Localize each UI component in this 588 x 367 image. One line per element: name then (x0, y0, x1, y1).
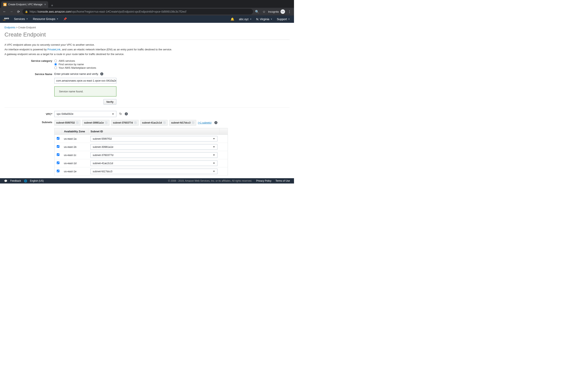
language-link[interactable]: English (US) (30, 179, 44, 182)
table-row: us-east-1asubnet-55f87f32▼ (54, 134, 228, 143)
table-row: us-east-1csubnet-3760377d▼ (54, 151, 228, 159)
browser-toolbar: ← → ⟳ 🔒 https://console.aws.amazon.com/v… (0, 8, 294, 16)
lock-icon: 🔒 (25, 10, 28, 13)
service-name-found: Service name found. (54, 86, 116, 96)
chevron-down-icon: ▼ (213, 146, 215, 148)
subnet-select[interactable]: subnet-55f87f32▼ (90, 136, 217, 142)
more-subnets-link[interactable]: (+1 subnets) (198, 121, 212, 124)
feedback-icon: 💬 (4, 179, 7, 183)
divider (4, 108, 290, 108)
nav-resource-groups[interactable]: Resource Groups▼ (33, 17, 58, 21)
subnet-select[interactable]: subnet-41ac2c1d▼ (90, 160, 217, 166)
aws-top-nav: aws⌣ Services▼ Resource Groups▼ 📌 🔔 abc.… (0, 16, 294, 23)
tab-title: Create Endpoint | VPC Manage (8, 3, 43, 6)
verify-button[interactable]: Verify (104, 99, 116, 105)
chevron-down-icon: ▼ (213, 170, 215, 173)
aws-logo[interactable]: aws⌣ (4, 17, 9, 21)
subnet-chip[interactable]: subnet-30981a1eⓧ (82, 120, 109, 125)
table-row: us-east-1bsubnet-30981a1e▼ (54, 143, 228, 151)
chevron-down-icon: ▼ (213, 137, 215, 140)
table-header-spacer (220, 128, 228, 134)
row-checkbox[interactable] (57, 153, 60, 156)
chip-label: subnet-41ac2c1d (142, 121, 162, 124)
radio-input[interactable] (54, 67, 57, 69)
favicon-icon: ▣ (3, 3, 7, 6)
nav-support[interactable]: Support▼ (277, 17, 290, 21)
nav-services[interactable]: Services▼ (14, 17, 28, 21)
radio-service-category[interactable]: AWS services (54, 59, 234, 63)
back-icon[interactable]: ← (2, 9, 7, 15)
chip-remove-icon[interactable]: ⓧ (105, 121, 108, 125)
desc-line2: An interface endpoint is powered by Priv… (4, 48, 290, 52)
row-checkbox[interactable] (57, 137, 60, 140)
nav-region[interactable]: N. Virginia▼ (256, 17, 272, 21)
chip-remove-icon[interactable]: ⓧ (134, 121, 137, 125)
chip-label: subnet-55f87f32 (56, 121, 75, 124)
chevron-down-icon: ▼ (213, 154, 215, 156)
forward-icon[interactable]: → (9, 9, 14, 15)
subnet-select[interactable]: subnet-fd17dcc3▼ (90, 169, 217, 174)
chip-remove-icon[interactable]: ⓧ (163, 121, 166, 125)
refresh-icon[interactable]: ↻ (119, 112, 122, 116)
browser-menu-icon[interactable]: ⋮ (287, 9, 292, 15)
vpc-select[interactable]: vpc-548a592e▼ (54, 111, 116, 117)
main-content: Endpoints > Create Endpoint Create Endpo… (0, 23, 294, 178)
info-icon[interactable]: i (100, 72, 103, 75)
table-header-subnet-id: Subnet ID (88, 128, 220, 134)
row-checkbox[interactable] (57, 145, 60, 148)
cell-az: us-east-1d (62, 159, 88, 167)
radio-service-category[interactable]: Your AWS Marketplace services (54, 66, 234, 69)
chip-label: subnet-fd17dcc3 (171, 121, 190, 124)
subnet-chip[interactable]: subnet-41ac2c1dⓧ (140, 120, 168, 125)
subnet-select[interactable]: subnet-30981a1e▼ (90, 144, 217, 150)
cell-az: us-east-1b (62, 143, 88, 151)
row-checkbox[interactable] (57, 170, 60, 172)
desc-line1: A VPC endpoint allows you to securely co… (4, 43, 290, 47)
chip-remove-icon[interactable]: ⓧ (76, 121, 79, 125)
subnet-chip[interactable]: subnet-3760377dⓧ (111, 120, 138, 125)
subnet-chip[interactable]: subnet-55f87f32ⓧ (54, 120, 80, 125)
service-name-hint: Enter private service name and verify. (54, 72, 99, 75)
info-icon[interactable]: i (214, 121, 217, 124)
footer-copyright: © 2008 - 2019, Amazon Web Services, Inc.… (168, 179, 252, 182)
table-header-checkbox (54, 128, 62, 134)
radio-label: Your AWS Marketplace services (59, 66, 96, 69)
info-icon[interactable]: i (125, 112, 128, 115)
subnet-chip[interactable]: subnet-fd17dcc3ⓧ (169, 120, 196, 125)
breadcrumb: Endpoints > Create Endpoint (4, 26, 290, 29)
privatelink-link[interactable]: PrivateLink (47, 48, 61, 51)
browser-tab[interactable]: ▣ Create Endpoint | VPC Manage ✕ (1, 1, 48, 8)
label-service-category: Service category (4, 59, 54, 62)
address-bar[interactable]: 🔒 https://console.aws.amazon.com/vpc/hom… (22, 9, 253, 15)
new-tab-button[interactable]: + (48, 3, 56, 8)
label-service-name: Service Name (4, 72, 54, 76)
nav-pin-icon[interactable]: 📌 (63, 17, 67, 21)
incognito-icon: 👓 (281, 9, 285, 14)
label-subnets: Subnets (4, 120, 54, 124)
browser-tab-strip: ▣ Create Endpoint | VPC Manage ✕ + (0, 0, 294, 8)
url-text: https://console.aws.amazon.com/vpc/home?… (30, 10, 186, 13)
divider (4, 40, 290, 40)
table-row: us-east-1dsubnet-41ac2c1d▼ (54, 159, 228, 167)
radio-input[interactable] (54, 63, 57, 66)
service-name-input[interactable]: com.amazonaws.vpce.us-east-1.vpce-svc-04… (54, 78, 116, 83)
reload-icon[interactable]: ⟳ (16, 9, 21, 15)
zoom-icon[interactable]: 🔍 (254, 9, 260, 15)
breadcrumb-link-endpoints[interactable]: Endpoints (4, 26, 15, 29)
star-icon[interactable]: ☆ (261, 9, 267, 15)
table-row: us-east-1esubnet-fd17dcc3▼ (54, 167, 228, 175)
radio-service-category[interactable]: Find service by name (54, 63, 234, 66)
row-checkbox[interactable] (57, 161, 60, 164)
feedback-link[interactable]: Feedback (10, 179, 21, 182)
close-tab-icon[interactable]: ✕ (44, 3, 46, 6)
chip-remove-icon[interactable]: ⓧ (192, 121, 194, 125)
nav-account[interactable]: abc.xyz▼ (239, 17, 251, 21)
desc-line3: A gateway endpoint serves as a target fo… (4, 52, 290, 56)
subnets-table: Availability Zone Subnet ID us-east-1asu… (54, 128, 228, 175)
subnet-select[interactable]: subnet-3760377d▼ (90, 152, 217, 158)
notifications-icon[interactable]: 🔔 (231, 17, 234, 21)
privacy-link[interactable]: Privacy Policy (256, 179, 272, 182)
terms-link[interactable]: Terms of Use (276, 179, 290, 182)
radio-input[interactable] (54, 59, 57, 62)
radio-label: Find service by name (59, 63, 84, 66)
